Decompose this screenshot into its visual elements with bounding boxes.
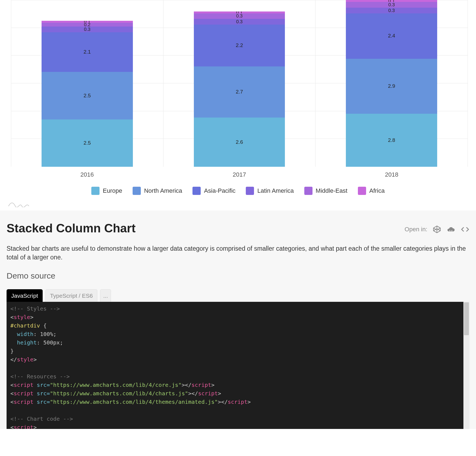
legend-swatch — [304, 187, 313, 195]
chart-x-tick: 2018 — [316, 167, 468, 179]
svg-point-4 — [451, 230, 452, 232]
open-in-label: Open in: — [405, 225, 427, 234]
legend-item[interactable]: Africa — [358, 187, 385, 195]
scrollbar-thumb[interactable] — [464, 302, 469, 335]
scrollbar[interactable] — [463, 302, 469, 429]
article-body: Stacked Column Chart Open in: — [0, 211, 476, 429]
svg-point-3 — [449, 230, 451, 232]
chart-segment[interactable]: 0.3 — [346, 2, 437, 8]
chart-segment[interactable]: 0.3 — [194, 13, 285, 19]
legend-item[interactable]: Asia-Pacific — [192, 187, 235, 195]
chart-legend: EuropeNorth AmericaAsia-PacificLatin Ame… — [8, 179, 468, 197]
tab-javascript[interactable]: JavaScript — [7, 289, 43, 302]
legend-swatch — [246, 187, 254, 195]
legend-swatch — [358, 187, 366, 195]
chart-plot-area[interactable]: 2.52.52.10.30.20.12.62.72.20.30.30.12.82… — [11, 0, 468, 167]
legend-swatch — [192, 187, 201, 195]
chart-segment[interactable]: 2.1 — [42, 32, 133, 72]
chart-bar-stack[interactable]: 2.62.72.20.30.30.1 — [194, 11, 285, 167]
legend-label: North America — [144, 187, 182, 195]
chart-segment[interactable]: 0.3 — [194, 19, 285, 25]
chart-segment[interactable]: 2.4 — [346, 13, 437, 59]
chart-segment[interactable]: 2.7 — [194, 66, 285, 118]
legend-label: Middle-East — [316, 187, 347, 195]
legend-item[interactable]: Middle-East — [304, 187, 347, 195]
chart-column[interactable]: 2.62.72.20.30.30.1 — [163, 0, 316, 167]
chart-segment[interactable]: 0.1 — [194, 11, 285, 13]
chart-segment[interactable]: 0.1 — [346, 0, 437, 2]
source-tabs: JavaScriptTypeScript / ES6... — [7, 289, 469, 302]
legend-swatch — [91, 187, 100, 195]
tab-typescript-es6[interactable]: TypeScript / ES6 — [45, 289, 97, 302]
legend-item[interactable]: North America — [133, 187, 182, 195]
open-in-row: Open in: — [405, 225, 469, 234]
amcharts-logo-icon[interactable] — [0, 200, 476, 211]
chart-segment[interactable]: 2.6 — [194, 118, 285, 167]
chart-segment[interactable]: 2.5 — [42, 72, 133, 119]
chart-segment[interactable]: 0.1 — [42, 21, 133, 23]
chart-bar-stack[interactable]: 2.82.92.40.30.30.1 — [346, 0, 437, 167]
chart-segment[interactable]: 2.9 — [346, 59, 437, 114]
legend-item[interactable]: Europe — [91, 187, 122, 195]
chart-segment[interactable]: 0.3 — [346, 8, 437, 13]
article-description: Stacked bar charts are useful to demonst… — [7, 244, 469, 262]
legend-swatch — [133, 187, 141, 195]
tab-more[interactable]: ... — [100, 289, 111, 302]
chart-segment[interactable]: 2.5 — [42, 119, 133, 167]
chart-segment[interactable]: 0.2 — [42, 23, 133, 27]
stacked-column-chart: 2.52.52.10.30.20.12.62.72.20.30.30.12.82… — [0, 0, 476, 200]
chart-column[interactable]: 2.82.92.40.30.30.1 — [316, 0, 468, 167]
chart-column[interactable]: 2.52.52.10.30.20.1 — [11, 0, 163, 167]
code-block[interactable]: <!-- Styles --> <style> #chartdiv { widt… — [7, 302, 469, 429]
cloud-icon[interactable] — [446, 225, 455, 233]
legend-label: Africa — [369, 187, 385, 195]
legend-label: Europe — [103, 187, 122, 195]
chart-x-axis: 201620172018 — [11, 167, 468, 179]
code-line: <!-- Resources --> — [10, 373, 70, 380]
chart-x-tick: 2017 — [163, 167, 316, 179]
code-line: <!-- Chart code --> — [10, 416, 73, 422]
chart-segment[interactable]: 0.3 — [42, 27, 133, 32]
legend-label: Asia-Pacific — [204, 187, 235, 195]
chart-bar-stack[interactable]: 2.52.52.10.30.20.1 — [42, 21, 133, 167]
demo-source-heading: Demo source — [7, 270, 469, 282]
codepen-icon[interactable] — [433, 225, 441, 233]
chart-segment[interactable]: 2.2 — [194, 25, 285, 66]
code-line: <!-- Styles --> — [10, 305, 60, 312]
code-icon[interactable] — [461, 225, 469, 233]
chart-x-tick: 2016 — [11, 167, 163, 179]
legend-label: Latin America — [257, 187, 294, 195]
legend-item[interactable]: Latin America — [246, 187, 294, 195]
page-title: Stacked Column Chart — [7, 220, 136, 237]
chart-segment[interactable]: 2.8 — [346, 114, 437, 167]
